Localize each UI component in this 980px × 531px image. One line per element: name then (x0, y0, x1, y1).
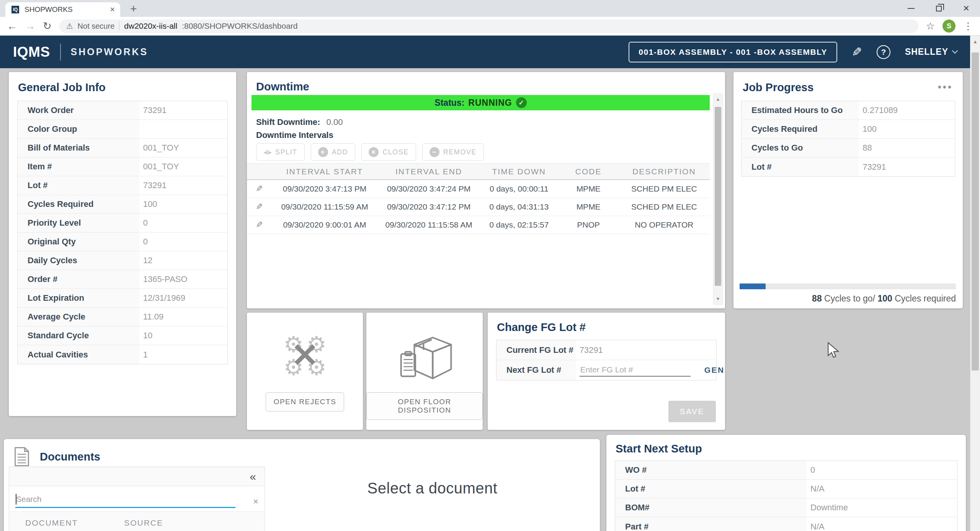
open-floor-disposition-button[interactable]: OPEN FLOOR DISPOSITION (366, 392, 483, 420)
downtime-panel: Downtime Status: RUNNING ✓ Shift Downtim… (247, 72, 725, 308)
table-row: Item #001_TOY (18, 157, 227, 176)
collapse-icon[interactable]: « (250, 470, 256, 483)
browser-urlbar: ← → ↻ ⚠ Not secure dw2020x-iis-all :8080… (0, 17, 980, 36)
header-time-down: TIME DOWN (480, 167, 559, 176)
new-tab-button[interactable]: + (130, 3, 137, 15)
open-rejects-button[interactable]: OPEN REJECTS (266, 392, 345, 411)
clear-search-icon[interactable]: × (253, 496, 258, 507)
table-row: Lot #N/A (615, 480, 957, 498)
job-progress-bar (740, 284, 956, 289)
url-host: dw2020x-iis-all (124, 21, 177, 31)
save-button[interactable]: SAVE (668, 401, 716, 422)
remove-button[interactable]: − REMOVE (422, 143, 484, 161)
scrollbar-thumb[interactable] (972, 52, 979, 370)
split-icon: ◂‖▸ (263, 148, 271, 156)
address-bar[interactable]: ⚠ Not secure dw2020x-iis-all :8080/SHOPW… (59, 20, 918, 33)
row-value: 0 (139, 214, 148, 232)
edit-pencil-icon[interactable]: ✎ (256, 202, 263, 212)
job-progress-fill (740, 284, 766, 289)
browser-menu-icon[interactable]: ⋮ (963, 20, 973, 32)
row-label: Daily Cycles (18, 251, 139, 270)
row-value: 11.09 (139, 308, 163, 326)
tab-favicon-icon: IQ (11, 5, 20, 14)
forward-icon[interactable]: → (25, 21, 35, 31)
start-next-setup-table: WO #0 Lot #N/A BOM#Downtime Part #N/A (615, 461, 957, 531)
cell-time-down: 0 days, 00:00:11 (480, 184, 559, 193)
row-value: 12/31/1969 (139, 289, 185, 307)
row-label: Color Group (18, 120, 139, 138)
start-next-setup-panel: Start Next Setup WO #0 Lot #N/A BOM#Down… (606, 435, 966, 531)
row-label: Lot # (18, 176, 139, 195)
row-value: 1365-PASO (139, 270, 188, 288)
workcenter-selector-button[interactable]: 001-BOX ASSEMBLY - 001 -BOX ASSEMBLY (629, 42, 837, 62)
window-restore-button[interactable] (925, 0, 952, 17)
row-label: Part # (615, 517, 807, 531)
cycles-to-go-value: 88 (812, 293, 822, 303)
back-icon[interactable]: ← (7, 21, 17, 31)
close-button[interactable]: × CLOSE (361, 143, 416, 161)
window-controls: ✕ (897, 0, 980, 17)
x-overlay-icon: ✕ (291, 336, 318, 374)
browser-profile-avatar[interactable]: S (942, 20, 956, 33)
next-fg-lot-input[interactable] (580, 364, 691, 377)
table-row[interactable]: ✎ 09/30/2020 3:47:13 PM 09/30/2020 3:47:… (247, 180, 710, 198)
scroll-down-icon[interactable]: ▼ (714, 294, 722, 303)
tab-close-icon[interactable]: × (110, 5, 115, 15)
add-button[interactable]: + ADD (311, 143, 356, 161)
edit-pencil-icon[interactable]: ✎ (256, 184, 263, 194)
panel-menu-icon[interactable]: ••• (938, 81, 953, 93)
table-row[interactable]: ✎ 09/30/2020 9:00:01 AM 09/30/2020 11:15… (247, 216, 710, 234)
job-progress-panel: Job Progress ••• Estimated Hours to Go0.… (733, 72, 963, 308)
help-icon[interactable]: ? (877, 45, 890, 59)
search-input[interactable] (15, 493, 235, 508)
window-close-button[interactable]: ✕ (952, 0, 980, 17)
table-row: Lot #73291 (742, 157, 955, 176)
documents-header: Documents (4, 439, 600, 467)
edit-pencil-icon[interactable]: ✎ (256, 220, 263, 230)
downtime-intervals-table: INTERVAL START INTERVAL END TIME DOWN CO… (247, 163, 710, 234)
row-label: Actual Cavities (18, 345, 139, 364)
cycles-to-go-text: Cycles to go/ (822, 293, 878, 303)
row-value: 001_TOY (139, 157, 179, 176)
generate-button[interactable]: GENERATE (704, 365, 725, 375)
page-scrollbar[interactable]: ▲ (970, 36, 980, 531)
split-button[interactable]: ◂‖▸ SPLIT (256, 143, 305, 161)
url-divider (119, 22, 119, 30)
shift-downtime-value: 0.00 (327, 117, 343, 127)
window-minimize-button[interactable] (897, 0, 925, 17)
cycles-required-value: 100 (877, 293, 892, 303)
edit-pencil-icon[interactable]: ✎ (852, 45, 862, 59)
row-value: 100 (859, 120, 877, 138)
browser-tab[interactable]: IQ SHOPWORKS × (5, 2, 120, 17)
box-clipboard-icon (394, 327, 455, 385)
scrollbar-thumb[interactable] (715, 107, 721, 286)
table-header-row: INTERVAL START INTERVAL END TIME DOWN CO… (247, 163, 710, 180)
not-secure-warning-icon: ⚠ (66, 21, 73, 31)
table-row: Cycles Required100 (18, 195, 227, 214)
browser-tabstrip: IQ SHOPWORKS × + ✕ (0, 0, 980, 17)
reload-icon[interactable]: ↻ (43, 21, 52, 31)
table-row[interactable]: ✎ 09/30/2020 11:15:59 AM 09/30/2020 3:47… (247, 198, 710, 216)
bookmark-star-icon[interactable]: ☆ (926, 20, 935, 32)
row-value: 0 (139, 233, 148, 251)
scroll-up-icon[interactable]: ▲ (970, 39, 980, 44)
url-path: :8080/SHOPWORKS/dashboard (182, 21, 297, 31)
cell-interval-end: 09/30/2020 11:15:58 AM (378, 220, 480, 229)
row-value: 12 (139, 251, 152, 270)
row-label: Item # (18, 157, 139, 176)
document-search-area: × (9, 486, 265, 511)
downtime-scrollbar[interactable]: ▲ ▼ (713, 93, 723, 305)
table-row: Lot #73291 (18, 176, 227, 195)
document-list-toolbar: « (9, 467, 265, 486)
documents-title: Documents (40, 451, 100, 463)
table-row: Order #1365-PASO (18, 270, 227, 289)
row-value: 88 (859, 139, 872, 157)
remove-icon: − (430, 147, 439, 157)
table-row: Daily Cycles12 (18, 251, 227, 270)
app-navbar: IQMS SHOPWORKS 001-BOX ASSEMBLY - 001 -B… (0, 36, 970, 68)
scroll-up-icon[interactable]: ▲ (714, 95, 722, 104)
user-menu[interactable]: SHELLEY (905, 47, 957, 57)
job-progress-summary: 88 Cycles to go/ 100 Cycles required (812, 293, 956, 304)
table-row: Priority Level0 (18, 214, 227, 233)
table-row: Estimated Hours to Go0.271089 (742, 101, 955, 120)
